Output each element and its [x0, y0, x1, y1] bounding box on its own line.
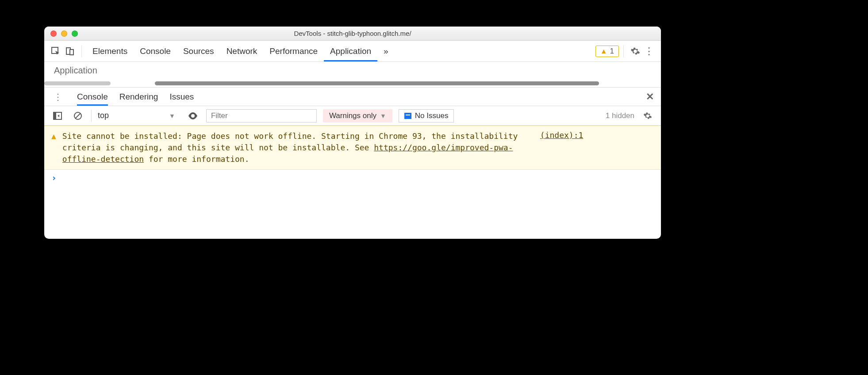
kebab-menu-icon[interactable]: ⋮: [642, 44, 657, 58]
horizontal-scrollbar[interactable]: [44, 81, 111, 85]
console-settings-gear-icon[interactable]: [641, 109, 655, 123]
tab-label: Issues: [169, 92, 194, 102]
settings-gear-icon[interactable]: [628, 44, 642, 58]
inspect-element-icon[interactable]: [49, 44, 63, 58]
live-expression-icon[interactable]: [186, 109, 200, 123]
device-toggle-icon[interactable]: [63, 44, 77, 58]
drawer-menu-icon[interactable]: ⋮: [51, 90, 65, 104]
context-label: top: [98, 111, 109, 120]
tab-elements[interactable]: Elements: [86, 41, 134, 61]
console-warning-message[interactable]: ▲ Site cannot be installed: Page does no…: [44, 126, 661, 170]
tab-network[interactable]: Network: [220, 41, 264, 61]
drawer-tab-strip: ⋮ Console Rendering Issues ✕: [44, 88, 661, 106]
window-title: DevTools - stitch-glib-typhoon.glitch.me…: [44, 30, 661, 37]
horizontal-scrollbar[interactable]: [155, 81, 599, 85]
warning-text: Site cannot be installed: Page does not …: [62, 130, 540, 165]
issues-button[interactable]: No Issues: [399, 109, 454, 122]
close-drawer-icon[interactable]: ✕: [646, 91, 654, 103]
warning-icon: ▲: [600, 47, 607, 55]
log-level-selector[interactable]: Warnings only ▼: [323, 109, 392, 122]
warning-text-post: for more information.: [144, 154, 249, 164]
sidebar-heading: Application: [54, 65, 97, 75]
tab-label: Sources: [183, 46, 214, 56]
divider: [623, 45, 624, 57]
execution-context-selector[interactable]: top ▼: [91, 110, 180, 122]
application-main: [150, 62, 661, 87]
tab-label: Elements: [92, 46, 127, 56]
tab-label: Console: [140, 46, 171, 56]
warning-icon: ▲: [51, 131, 56, 165]
level-label: Warnings only: [329, 111, 376, 120]
tab-application[interactable]: Application: [324, 41, 377, 61]
drawer-tab-rendering[interactable]: Rendering: [119, 88, 158, 106]
tab-label: Network: [227, 46, 257, 56]
console-toolbar: top ▼ Warnings only ▼ No Issues 1 hidden: [44, 106, 661, 126]
tab-label: Rendering: [119, 92, 158, 102]
svg-rect-2: [70, 50, 73, 55]
chevron-down-icon: ▼: [380, 112, 386, 119]
chevron-down-icon: ▼: [169, 112, 175, 119]
issues-count: 1: [610, 47, 614, 56]
drawer-tab-issues[interactable]: Issues: [169, 88, 194, 106]
clear-console-icon[interactable]: [71, 109, 85, 123]
main-tab-strip: Elements Console Sources Network Perform…: [44, 41, 661, 62]
console-prompt[interactable]: ›: [44, 170, 661, 186]
tab-console[interactable]: Console: [134, 41, 177, 61]
svg-line-6: [75, 113, 81, 119]
devtools-window: DevTools - stitch-glib-typhoon.glitch.me…: [44, 27, 661, 239]
application-sidebar: Application: [44, 62, 150, 87]
issues-badge[interactable]: ▲ 1: [595, 46, 619, 57]
prompt-caret-icon: ›: [51, 172, 57, 183]
issues-label: No Issues: [415, 111, 449, 120]
message-source-link[interactable]: (index):1: [540, 130, 584, 165]
panel-scroll-strip: Application: [44, 62, 661, 88]
tab-performance[interactable]: Performance: [263, 41, 324, 61]
titlebar: DevTools - stitch-glib-typhoon.glitch.me…: [44, 27, 661, 41]
message-icon: [404, 113, 411, 119]
console-sidebar-toggle-icon[interactable]: [50, 109, 65, 123]
tab-label: Application: [330, 46, 371, 56]
tab-sources[interactable]: Sources: [177, 41, 220, 61]
drawer-tab-console[interactable]: Console: [77, 88, 108, 106]
tab-label: Console: [77, 92, 108, 102]
tab-label: Performance: [269, 46, 318, 56]
hidden-messages-count[interactable]: 1 hidden: [606, 111, 634, 120]
console-filter-input[interactable]: [206, 109, 317, 122]
tabs-overflow[interactable]: »: [377, 41, 395, 61]
divider: [81, 45, 82, 57]
chevron-double-right-icon: »: [384, 46, 388, 56]
svg-rect-4: [54, 112, 56, 119]
